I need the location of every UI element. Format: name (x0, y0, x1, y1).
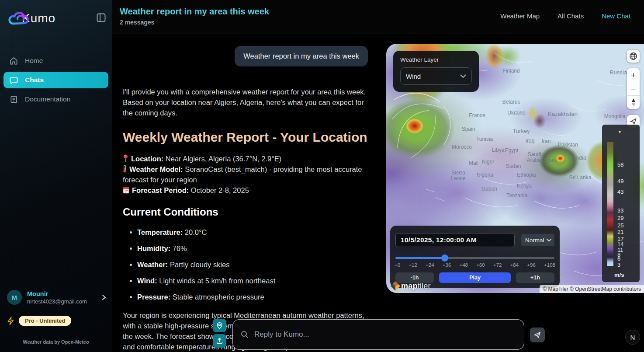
conditions-list: Temperature: 20.0°C Humidity: 76% Weathe… (123, 227, 368, 302)
detail-location: Location: Near Algiers, Algeria (36.7°N,… (123, 153, 368, 164)
maptiler-text-bold: map (401, 282, 418, 290)
legend-value: 58 (617, 161, 623, 168)
detail-label: Weather Model: (129, 165, 183, 173)
thermometer-icon (123, 165, 127, 173)
home-icon (10, 57, 18, 65)
tick-label: +12 (409, 262, 417, 268)
nav-all-chats[interactable]: All Chats (557, 12, 584, 20)
locate-arrow-icon (630, 118, 637, 125)
speed-select-value: Normal (525, 237, 544, 244)
share-location-button[interactable] (213, 319, 226, 332)
sidebar-nav: Home Chats Documentation (3, 52, 108, 110)
tick-label: +48 (459, 262, 468, 268)
tick-label: +36 (443, 262, 451, 268)
detail-model: Weather Model: SoranoCast (best_match) -… (123, 164, 368, 185)
chat-bubble-icon (10, 76, 18, 84)
time-slider[interactable] (395, 257, 554, 259)
upload-icon (216, 337, 223, 345)
compass-button[interactable] (627, 95, 640, 109)
sidebar-item-label: Chats (25, 76, 44, 84)
user-email: nirtest4023@gmail.com (27, 298, 87, 305)
legend-value: 6 (617, 255, 620, 262)
sidebar: Kumo Home Chats (0, 0, 112, 352)
nav-new-chat[interactable]: New Chat (602, 12, 630, 20)
reply-bar (232, 319, 524, 350)
maptiler-diamond-icon (390, 280, 401, 292)
upload-button[interactable] (213, 334, 226, 348)
map-zoom-controls: + − (627, 68, 640, 109)
message-count: 2 messages (120, 19, 154, 26)
assistant-intro: I'll provide you with a comprehensive we… (123, 87, 368, 118)
legend-value: 3 (617, 261, 620, 268)
sidebar-toggle-button[interactable] (95, 11, 107, 25)
playback-speed-select[interactable]: Normal (521, 234, 554, 246)
weather-layer-label: Weather Layer (400, 56, 472, 63)
layer-select[interactable]: Wind (400, 67, 472, 85)
zoom-in-button[interactable]: + (627, 68, 640, 82)
panel-left-icon (97, 13, 106, 22)
sidebar-item-home[interactable]: Home (3, 52, 108, 69)
legend-unit: m/s (614, 272, 624, 278)
legend-gradient-bar (607, 142, 613, 266)
tick-label: +96 (527, 262, 536, 268)
zoom-out-button[interactable]: − (627, 82, 640, 95)
kumo-logo-icon (7, 9, 30, 27)
document-icon (10, 95, 18, 104)
reply-input[interactable] (254, 330, 516, 339)
detail-label: Forecast Period: (132, 186, 189, 194)
sidebar-item-documentation[interactable]: Documentation (3, 91, 108, 108)
legend-value: 21 (617, 229, 623, 235)
tick-label: +60 (476, 262, 485, 268)
plan-row: Pro - Unlimited (7, 316, 71, 326)
map-attribution: © MapTiler © OpenStreetMap contributors (540, 285, 644, 293)
legend-value: 43 (617, 188, 623, 195)
time-slider-handle[interactable] (441, 254, 448, 261)
lightning-icon (7, 317, 14, 325)
dev-tools-badge[interactable]: N (625, 330, 640, 345)
tick-label: +0 (395, 262, 400, 268)
chevron-down-icon (460, 74, 466, 78)
calendar-icon: 17 (123, 187, 129, 194)
user-message-bubble: Weather report in my area this week (235, 46, 368, 66)
datetime-display[interactable]: 10/5/2025, 12:00:00 AM (395, 233, 515, 247)
compass-needle-icon (630, 98, 637, 107)
avatar: M (7, 290, 22, 305)
maptiler-text-light: tiler (418, 282, 431, 290)
top-navigation: Weather Map All Chats New Chat (500, 12, 630, 20)
detail-label: Location: (131, 155, 163, 163)
step-forward-button[interactable]: +1h (516, 272, 554, 283)
section-heading: Current Conditions (123, 206, 368, 218)
layer-select-value: Wind (406, 73, 421, 80)
time-control-panel: 10/5/2025, 12:00:00 AM Normal +0 +12 +24… (390, 226, 560, 288)
tick-label: +84 (510, 262, 519, 268)
globe-projection-button[interactable] (627, 50, 640, 63)
user-name: Mounir (27, 290, 87, 297)
nav-weather-map[interactable]: Weather Map (500, 12, 540, 20)
data-source-attribution: Weather data by Open-Meteo (0, 339, 112, 345)
detail-text: Near Algiers, Algeria (36.7°N, 2.9°E) (166, 155, 281, 163)
list-item: Humidity: 76% (137, 243, 368, 254)
logo-row: Kumo (7, 7, 107, 30)
sidebar-item-label: Documentation (25, 95, 70, 103)
tick-label: +108 (544, 262, 555, 268)
page-title: Weather report in my area this week (120, 7, 269, 17)
time-slider-fill (395, 257, 445, 259)
chat-panel: Weather report in my area this week I'll… (112, 34, 386, 352)
list-item: Wind: Light winds at 5 km/h from northea… (137, 275, 368, 286)
play-button[interactable]: Play (439, 272, 511, 283)
legend-value: 25 (617, 222, 623, 229)
user-meta: Mounir nirtest4023@gmail.com (27, 290, 87, 305)
globe-icon (629, 52, 637, 60)
weather-map[interactable]: Finland Russia Belarus Ukraine Kazakhsta… (386, 44, 644, 293)
maptiler-logo[interactable]: maptiler (390, 280, 431, 292)
wind-legend: ▼ 58 49 43 33 29 25 21 17 14 11 8 6 3 m/… (602, 125, 640, 282)
plan-badge: Pro - Unlimited (19, 316, 71, 326)
detail-period: 17 Forecast Period: October 2-8, 2025 (123, 185, 368, 195)
legend-collapse-icon[interactable]: ▼ (618, 130, 622, 134)
list-item: Temperature: 20.0°C (137, 227, 368, 237)
send-button[interactable] (530, 328, 545, 342)
header: Weather report in my area this week 2 me… (112, 0, 644, 34)
list-item: Weather: Partly cloudy skies (137, 259, 368, 270)
sidebar-item-chats[interactable]: Chats (3, 72, 108, 88)
user-profile[interactable]: M Mounir nirtest4023@gmail.com (7, 290, 107, 305)
